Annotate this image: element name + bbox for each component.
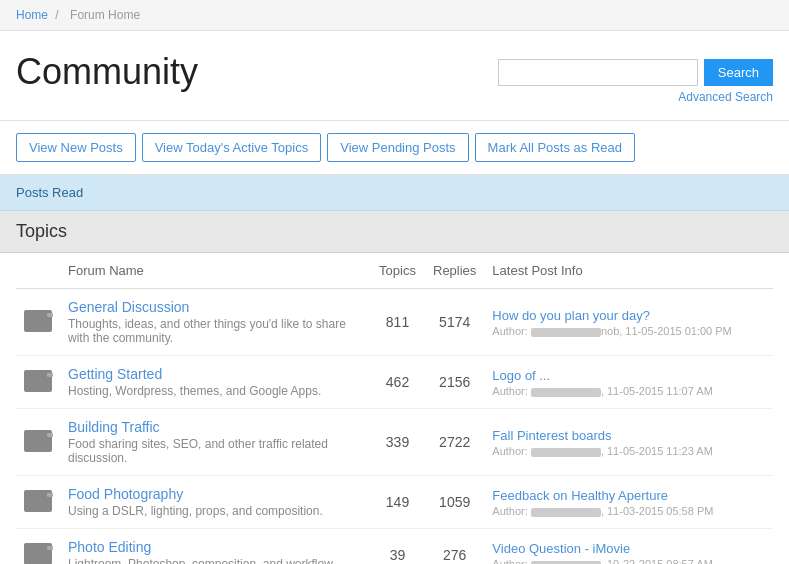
forum-name-cell: Getting StartedHosting, Wordpress, theme…: [60, 356, 370, 409]
author-blur: [531, 448, 601, 457]
forum-description: Thoughts, ideas, and other things you'd …: [68, 317, 362, 345]
author-blur: [531, 328, 601, 337]
forum-latest-post: Fall Pinterest boardsAuthor: , 11-05-201…: [484, 409, 773, 476]
forum-replies-count: 2722: [425, 409, 484, 476]
posts-read-text: Posts Read: [16, 185, 83, 200]
forum-name-link[interactable]: General Discussion: [68, 299, 189, 315]
forum-topics-count: 462: [370, 356, 425, 409]
table-row: Photo EditingLightroom, Photoshop, compo…: [16, 529, 773, 565]
table-row: Building TrafficFood sharing sites, SEO,…: [16, 409, 773, 476]
forum-topics-count: 39: [370, 529, 425, 565]
latest-post-link[interactable]: Fall Pinterest boards: [492, 428, 611, 443]
forum-latest-post: How do you plan your day?Author: nob, 11…: [484, 289, 773, 356]
latest-post-link[interactable]: How do you plan your day?: [492, 308, 650, 323]
col-icon: [16, 253, 60, 289]
table-row: Food PhotographyUsing a DSLR, lighting, …: [16, 476, 773, 529]
latest-post-meta: Author: , 11-05-2015 11:07 AM: [492, 385, 765, 397]
author-blur: [531, 388, 601, 397]
posts-read-banner: Posts Read: [0, 175, 789, 211]
view-pending-posts-button[interactable]: View Pending Posts: [327, 133, 468, 162]
action-bar: View New Posts View Today's Active Topic…: [0, 121, 789, 175]
forum-name-link[interactable]: Getting Started: [68, 366, 162, 382]
latest-post-meta: Author: nob, 11-05-2015 01:00 PM: [492, 325, 765, 337]
author-blur: [531, 508, 601, 517]
latest-post-meta: Author: , 11-05-2015 11:23 AM: [492, 445, 765, 457]
forum-latest-post: Feedback on Healthy ApertureAuthor: , 11…: [484, 476, 773, 529]
forum-topics-count: 149: [370, 476, 425, 529]
forum-latest-post: Video Question - iMovieAuthor: , 10-22-2…: [484, 529, 773, 565]
latest-post-meta: Author: , 11-03-2015 05:58 PM: [492, 505, 765, 517]
table-row: General DiscussionThoughts, ideas, and o…: [16, 289, 773, 356]
page-title: Community: [16, 51, 198, 93]
topics-section: Topics Forum Name Topics Replies Latest …: [0, 211, 789, 564]
breadcrumb-home[interactable]: Home: [16, 8, 48, 22]
forum-replies-count: 1059: [425, 476, 484, 529]
forum-description: Food sharing sites, SEO, and other traff…: [68, 437, 362, 465]
forum-description: Using a DSLR, lighting, props, and compo…: [68, 504, 362, 518]
forum-latest-post: Logo of ...Author: , 11-05-2015 11:07 AM: [484, 356, 773, 409]
forum-description: Lightroom, Photoshop, composition, and w…: [68, 557, 362, 564]
forum-name-cell: Building TrafficFood sharing sites, SEO,…: [60, 409, 370, 476]
forum-icon-cell: [16, 529, 60, 565]
forum-icon-cell: [16, 476, 60, 529]
view-new-posts-button[interactable]: View New Posts: [16, 133, 136, 162]
col-replies: Replies: [425, 253, 484, 289]
forum-name-link[interactable]: Food Photography: [68, 486, 183, 502]
forum-table: Forum Name Topics Replies Latest Post In…: [16, 253, 773, 564]
forum-name-cell: Photo EditingLightroom, Photoshop, compo…: [60, 529, 370, 565]
forum-name-link[interactable]: Photo Editing: [68, 539, 151, 555]
folder-icon: [24, 310, 52, 332]
latest-post-meta: Author: , 10-22-2015 08:57 AM: [492, 558, 765, 564]
folder-icon: [24, 430, 52, 452]
search-button[interactable]: Search: [704, 59, 773, 86]
col-topics: Topics: [370, 253, 425, 289]
forum-icon-cell: [16, 409, 60, 476]
mark-all-read-button[interactable]: Mark All Posts as Read: [475, 133, 635, 162]
latest-post-link[interactable]: Feedback on Healthy Aperture: [492, 488, 668, 503]
forum-replies-count: 276: [425, 529, 484, 565]
forum-icon-cell: [16, 289, 60, 356]
forum-replies-count: 5174: [425, 289, 484, 356]
forum-name-link[interactable]: Building Traffic: [68, 419, 160, 435]
folder-icon: [24, 490, 52, 512]
page-header: Community Search Advanced Search: [0, 31, 789, 121]
forum-replies-count: 2156: [425, 356, 484, 409]
forum-description: Hosting, Wordpress, themes, and Google A…: [68, 384, 362, 398]
forum-icon-cell: [16, 356, 60, 409]
breadcrumb: Home / Forum Home: [0, 0, 789, 31]
breadcrumb-separator: /: [55, 8, 58, 22]
latest-post-link[interactable]: Video Question - iMovie: [492, 541, 630, 556]
col-latest-post: Latest Post Info: [484, 253, 773, 289]
view-todays-active-button[interactable]: View Today's Active Topics: [142, 133, 322, 162]
forum-topics-count: 811: [370, 289, 425, 356]
breadcrumb-current: Forum Home: [70, 8, 140, 22]
forum-name-cell: General DiscussionThoughts, ideas, and o…: [60, 289, 370, 356]
topics-heading: Topics: [0, 211, 789, 253]
search-area: Search Advanced Search: [498, 51, 773, 104]
latest-post-link[interactable]: Logo of ...: [492, 368, 550, 383]
author-blur: [531, 561, 601, 564]
table-row: Getting StartedHosting, Wordpress, theme…: [16, 356, 773, 409]
advanced-search-link[interactable]: Advanced Search: [678, 90, 773, 104]
folder-icon: [24, 543, 52, 565]
col-forum-name: Forum Name: [60, 253, 370, 289]
folder-icon: [24, 370, 52, 392]
forum-topics-count: 339: [370, 409, 425, 476]
search-input[interactable]: [498, 59, 698, 86]
forum-name-cell: Food PhotographyUsing a DSLR, lighting, …: [60, 476, 370, 529]
